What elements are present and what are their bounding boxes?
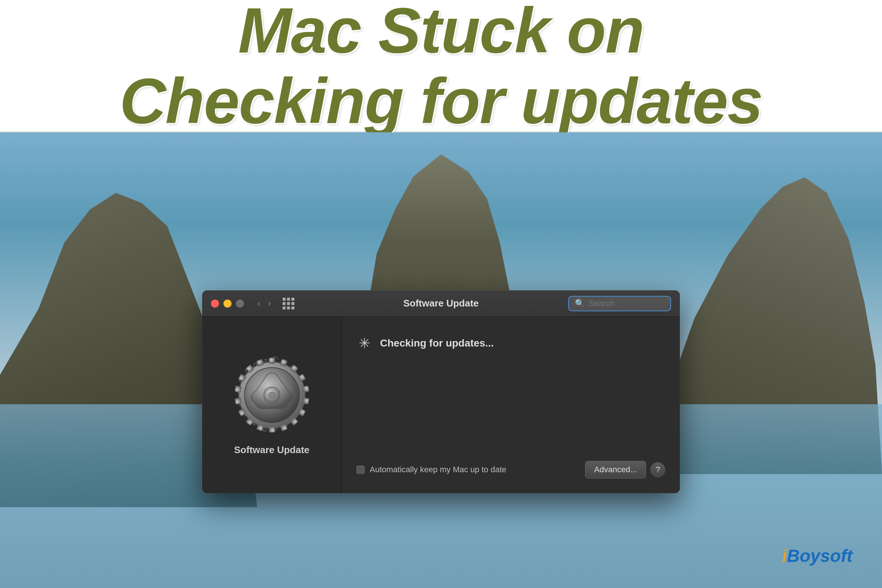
brand-rest: Boysoft — [787, 546, 853, 566]
svg-point-21 — [268, 392, 275, 398]
back-button[interactable]: ‹ — [254, 296, 264, 310]
loading-spinner — [357, 335, 373, 351]
search-box[interactable]: 🔍 — [568, 296, 671, 311]
svg-rect-14 — [235, 398, 242, 404]
window-body: Software Update Checking for updates... … — [202, 317, 680, 493]
search-input[interactable] — [588, 299, 664, 308]
gear-icon — [231, 355, 312, 435]
brand-watermark: iBoysoft — [782, 546, 853, 566]
window-titlebar: ‹ › Software Update 🔍 — [202, 290, 680, 317]
search-icon: 🔍 — [575, 299, 585, 308]
software-update-window: ‹ › Software Update 🔍 — [202, 290, 680, 493]
window-controls — [211, 300, 244, 308]
maximize-button[interactable] — [236, 300, 244, 308]
checking-text: Checking for updates... — [380, 338, 494, 349]
title-line2: Checking for updates — [119, 66, 762, 137]
checking-row: Checking for updates... — [357, 335, 665, 351]
window-content: Checking for updates... Automatically ke… — [342, 317, 680, 493]
bottom-row: Automatically keep my Mac up to date Adv… — [357, 461, 665, 478]
minimize-button[interactable] — [224, 300, 231, 308]
svg-rect-15 — [235, 386, 242, 392]
svg-rect-10 — [269, 426, 274, 432]
svg-rect-6 — [303, 398, 309, 404]
grid-icon[interactable] — [283, 298, 294, 309]
macos-background: ‹ › Software Update 🔍 — [0, 132, 882, 588]
brand-i: i — [782, 546, 787, 566]
auto-update-label: Automatically keep my Mac up to date — [370, 465, 506, 474]
svg-rect-5 — [303, 386, 309, 392]
forward-button[interactable]: › — [265, 296, 274, 310]
sidebar-label: Software Update — [234, 444, 309, 456]
auto-update-row: Automatically keep my Mac up to date — [357, 465, 506, 474]
window-sidebar: Software Update — [202, 317, 342, 493]
right-buttons: Advanced... ? — [585, 461, 665, 478]
advanced-button[interactable]: Advanced... — [585, 461, 646, 478]
top-banner: Mac Stuck on Checking for updates — [0, 0, 882, 132]
main-title: Mac Stuck on Checking for updates — [119, 0, 762, 137]
help-button[interactable]: ? — [651, 462, 665, 477]
window-title: Software Update — [403, 298, 478, 309]
auto-update-checkbox[interactable] — [357, 466, 364, 474]
title-line1: Mac Stuck on — [119, 0, 762, 66]
nav-arrows: ‹ › — [254, 296, 274, 310]
svg-rect-1 — [269, 358, 274, 363]
close-button[interactable] — [211, 300, 219, 308]
